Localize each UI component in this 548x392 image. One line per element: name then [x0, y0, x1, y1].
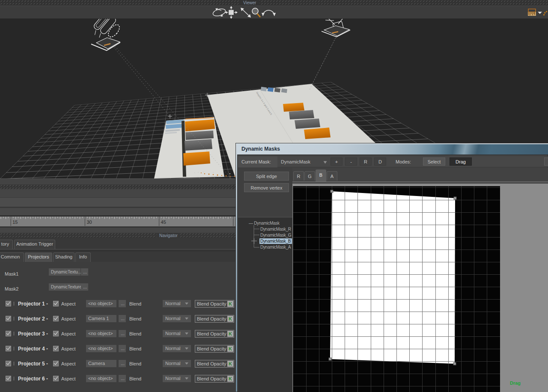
svg-text:Drag: Drag — [510, 380, 521, 386]
svg-text:15: 15 — [12, 220, 18, 225]
svg-text:45: 45 — [161, 220, 166, 225]
svg-text:30: 30 — [86, 220, 92, 225]
